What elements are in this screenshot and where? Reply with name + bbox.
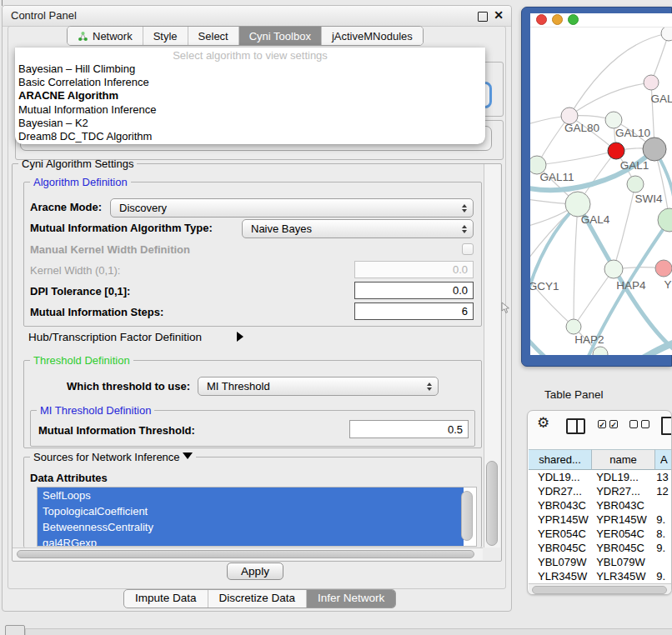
algorithm-item-basic-correlation-inference[interactable]: Basic Correlation Inference [15, 76, 485, 89]
control-panel-titlebar: Control Panel ✕ [3, 6, 511, 27]
kernel-width-label: Kernel Width (0,1): [30, 264, 120, 277]
aracne-mode-select[interactable]: Discovery [110, 198, 474, 218]
algorithm-item-bayesian-k2[interactable]: Bayesian – K2 [15, 117, 485, 130]
tab-label: Network [93, 28, 133, 45]
tab-jactivemnodules[interactable]: jActiveMNodules [322, 27, 423, 45]
data-attributes-items: SelfLoopsTopologicalCoefficientBetweenne… [38, 488, 476, 547]
algorithm-item-bayesian-hill-climbing[interactable]: Bayesian – Hill Climbing [15, 62, 485, 76]
table-row[interactable]: YLR345WYLR345W9. [529, 569, 672, 583]
network-node-y[interactable] [655, 260, 672, 277]
algorithm-item-dream8-dc-tdc-algorithm[interactable]: Dream8 DC_TDC Algorithm [15, 130, 485, 143]
expand-right-icon[interactable] [237, 332, 243, 342]
table-row[interactable]: YER054CYER054C8. [529, 527, 672, 541]
column-header-shared[interactable]: shared... [529, 449, 592, 470]
network-graph[interactable]: GALGAL80GAL10GAL1SWI4GAL11GAL4GCY1HAP4YH… [530, 27, 672, 355]
table-row[interactable]: YBR045CYBR045C9. [529, 541, 672, 555]
table-cell: YDL19... [529, 470, 591, 484]
new-table-icon[interactable] [661, 417, 672, 435]
mac-zoom-icon[interactable] [568, 14, 579, 25]
control-panel-title: Control Panel [11, 6, 77, 26]
algorithm-item-mutual-information-inference[interactable]: Mutual Information Inference [15, 103, 485, 117]
table-cell: YPR145W [591, 512, 654, 527]
tab-bar: NetworkStyleSelectCyni ToolboxjActiveMNo… [67, 26, 424, 46]
network-node[interactable] [593, 347, 608, 355]
table-row[interactable]: YBL079WYBL079W [529, 555, 672, 569]
table-cell: YBR045C [529, 541, 591, 555]
attribute-item-gal4rgexp[interactable]: gal4RGexp [38, 535, 464, 547]
tab-select[interactable]: Select [188, 27, 239, 45]
horizontal-scrollbar-thumb[interactable] [17, 550, 474, 558]
column-header-a[interactable]: A [655, 449, 672, 470]
mi-threshold-group-title: MI Threshold Definition [37, 404, 154, 417]
network-icon [78, 31, 88, 42]
bottom-tab-infer-network[interactable]: Infer Network [307, 590, 395, 608]
dpi-tolerance-field[interactable]: 0.0 [354, 282, 474, 299]
mi-type-select[interactable]: Naive Bayes [242, 219, 474, 238]
collapsed-panel-button[interactable] [5, 625, 25, 635]
table-scrollbar-thumb[interactable] [532, 586, 667, 594]
algorithm-popup-list: Bayesian – Hill ClimbingBasic Correlatio… [15, 62, 485, 143]
vertical-scrollbar[interactable] [484, 164, 500, 548]
mac-minimize-icon[interactable] [552, 14, 563, 25]
table-row[interactable]: YDL19...YDL19...13 [529, 470, 672, 484]
mac-close-icon[interactable] [536, 14, 547, 25]
column-header-name[interactable]: name [592, 449, 655, 470]
columns-icon[interactable] [566, 418, 585, 434]
deselect-all-checkboxes-icon[interactable] [629, 420, 649, 428]
dpi-tolerance-value: 0.0 [453, 284, 468, 297]
algorithm-definition-title: Algorithm Definition [30, 176, 131, 188]
kernel-width-field: 0.0 [354, 261, 474, 278]
mi-threshold-label: Mutual Information Threshold: [38, 424, 195, 437]
table-row[interactable]: YBR043CYBR043C [529, 498, 672, 512]
which-threshold-select[interactable]: MI Threshold [198, 377, 439, 396]
network-canvas[interactable]: GALGAL80GAL10GAL1SWI4GAL11GAL4GCY1HAP4YH… [530, 13, 672, 355]
attribute-item-betweennesscentrality[interactable]: BetweennessCentrality [38, 519, 464, 535]
attribute-item-topologicalcoefficient[interactable]: TopologicalCoefficient [38, 503, 464, 519]
node-label-gal1: GAL1 [620, 159, 649, 172]
network-node-gal[interactable] [644, 75, 659, 90]
table-cell: YER054C [529, 527, 591, 541]
vertical-scrollbar-thumb[interactable] [486, 461, 498, 546]
network-view-window: GALGAL80GAL10GAL1SWI4GAL11GAL4GCY1HAP4YH… [521, 7, 672, 367]
network-node-gal10[interactable] [605, 112, 622, 128]
manual-kernel-checkbox[interactable] [462, 243, 474, 255]
table-row[interactable]: YPR145WYPR145W9. [529, 512, 672, 527]
attribute-item-selfloops[interactable]: SelfLoops [38, 488, 464, 503]
apply-button[interactable]: Apply [227, 562, 283, 580]
tab-label: Select [198, 28, 228, 45]
list-scrollbar-thumb[interactable] [461, 491, 473, 541]
bottom-tab-impute-data[interactable]: Impute Data [124, 590, 208, 608]
data-attributes-list[interactable]: SelfLoopsTopologicalCoefficientBetweenne… [37, 487, 477, 547]
dpi-tolerance-label: DPI Tolerance [0,1]: [30, 285, 130, 298]
bottom-tab-discretize-data[interactable]: Discretize Data [208, 590, 308, 608]
node-label-gal: GAL [650, 92, 672, 105]
network-node-hap2[interactable] [566, 319, 581, 334]
network-node[interactable] [643, 138, 666, 161]
network-node[interactable] [658, 208, 672, 232]
select-all-checkboxes-icon[interactable]: ✓✓ [598, 420, 618, 428]
manual-kernel-label: Manual Kernel Width Definition [30, 243, 190, 256]
mi-steps-field[interactable]: 6 [354, 302, 474, 320]
network-node-hap4[interactable] [604, 260, 623, 278]
tab-network[interactable]: Network [68, 27, 143, 45]
gear-icon[interactable]: ⚙ [537, 414, 549, 432]
node-label-gal11: GAL11 [539, 171, 574, 183]
tab-label: Style [153, 28, 178, 45]
mouse-cursor [501, 302, 510, 314]
network-node-gal1[interactable] [608, 142, 624, 159]
algorithm-item-aracne-algorithm[interactable]: ARACNE Algorithm [15, 89, 485, 102]
table-row[interactable]: YDR27...YDR27...12 [529, 484, 672, 498]
mi-threshold-field[interactable]: 0.5 [349, 420, 469, 438]
float-window-icon[interactable] [478, 12, 488, 22]
table-cell: YBR045C [591, 541, 654, 555]
network-node-swi4[interactable] [627, 176, 644, 192]
tab-cyni-toolbox[interactable]: Cyni Toolbox [239, 27, 322, 45]
network-node[interactable] [661, 27, 672, 41]
table-cell: YBL079W [591, 555, 654, 569]
horizontal-scrollbar[interactable] [13, 548, 483, 560]
table-horizontal-scrollbar[interactable] [529, 583, 672, 594]
tab-style[interactable]: Style [143, 27, 188, 45]
close-icon[interactable]: ✕ [494, 8, 504, 22]
collapse-down-icon[interactable] [183, 452, 193, 459]
mi-type-label: Mutual Information Algorithm Type: [30, 222, 213, 234]
